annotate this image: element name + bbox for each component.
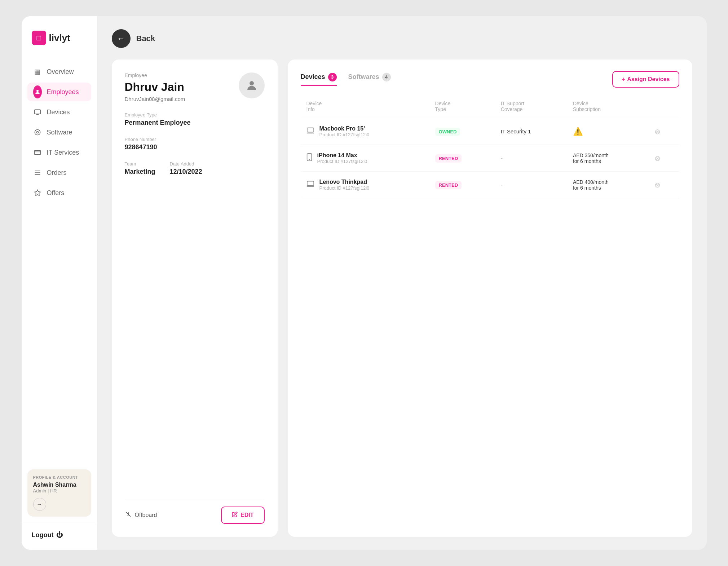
remove-button[interactable]: ⊗ — [654, 181, 661, 189]
sidebar-item-overview[interactable]: ▦ Overview — [27, 62, 91, 81]
employee-type-label: Employee Type — [125, 112, 265, 118]
it-support-value: IT Security 1 — [501, 128, 531, 134]
date-value: 12/10/2022 — [170, 168, 202, 176]
profile-name: Ashwin Sharma — [33, 482, 85, 488]
team-label: Team — [125, 161, 155, 167]
col-actions — [649, 96, 679, 118]
tab-softwares[interactable]: Softwares 4 — [348, 73, 391, 86]
sidebar-item-it-services[interactable]: IT Services — [27, 143, 91, 162]
employee-header: Employee Dhruv Jain DhruvJain08@gmail.co… — [125, 72, 265, 102]
devices-table: DeviceInfo DeviceType IT SupportCoverage… — [301, 96, 679, 198]
logout-label: Logout — [32, 531, 54, 539]
profile-arrow-button[interactable]: → — [33, 498, 46, 511]
logout-button[interactable]: Logout ⏻ — [32, 531, 87, 539]
sidebar-item-label: IT Services — [47, 149, 79, 156]
sidebar-item-software[interactable]: Software — [27, 123, 91, 142]
device-id: Product ID #127fsgl12i0 — [319, 132, 370, 137]
device-type-cell: OWNED — [429, 118, 495, 145]
device-info-cell: Lenovo Thinkpad Product ID #127fsgl12i0 — [301, 172, 429, 198]
device-type-cell: RENTED — [429, 172, 495, 198]
sidebar-item-offers[interactable]: Offers — [27, 183, 91, 202]
sidebar: □ livlyt ▦ Overview Employees — [22, 16, 97, 550]
back-button[interactable]: ← — [112, 29, 131, 48]
tab-devices[interactable]: Devices 3 — [301, 73, 337, 86]
tab-devices-label: Devices — [301, 73, 325, 81]
col-device-type: DeviceType — [429, 96, 495, 118]
tab-devices-badge: 3 — [328, 73, 337, 81]
laptop-icon — [306, 180, 314, 190]
col-it-support: IT SupportCoverage — [495, 96, 567, 118]
sidebar-item-label: Offers — [47, 189, 65, 197]
orders-icon — [33, 168, 42, 177]
employee-name: Dhruv Jain — [125, 80, 185, 94]
edit-icon — [232, 512, 238, 519]
device-type-badge: OWNED — [435, 128, 460, 136]
profile-section: PROFILE & ACCOUNT Ashwin Sharma Admin | … — [27, 469, 91, 517]
svg-rect-1 — [34, 110, 40, 114]
table-header: DeviceInfo DeviceType IT SupportCoverage… — [301, 96, 679, 118]
col-subscription: DeviceSubscription — [567, 96, 649, 118]
sidebar-item-label: Orders — [47, 169, 67, 177]
assign-devices-button[interactable]: + Assign Devices — [612, 71, 679, 88]
it-support-value: - — [501, 155, 503, 161]
offboard-button[interactable]: Offboard — [125, 511, 157, 519]
remove-button[interactable]: ⊗ — [654, 154, 661, 162]
tab-softwares-label: Softwares — [348, 73, 379, 81]
remove-button[interactable]: ⊗ — [654, 128, 661, 136]
date-added-field: Date Added 12/10/2022 — [170, 161, 202, 176]
main-content: ← Back Employee Dhruv Jain DhruvJain08@g… — [97, 16, 707, 550]
phone-field: Phone Number 928647190 — [125, 137, 265, 151]
device-name: Macbook Pro 15' — [319, 125, 370, 132]
edit-button[interactable]: EDIT — [221, 507, 264, 524]
software-icon — [33, 128, 42, 137]
sidebar-item-orders[interactable]: Orders — [27, 163, 91, 182]
device-type-cell: RENTED — [429, 145, 495, 172]
overview-icon: ▦ — [33, 67, 42, 76]
sidebar-item-devices[interactable]: Devices — [27, 103, 91, 121]
sidebar-item-label: Overview — [47, 68, 74, 76]
tab-softwares-badge: 4 — [382, 73, 391, 81]
team-field: Team Marketing — [125, 161, 155, 176]
device-info-cell: Macbook Pro 15' Product ID #127fsgl12i0 — [301, 118, 429, 145]
card-footer: Offboard EDIT — [125, 499, 265, 524]
laptop-icon — [306, 127, 314, 137]
back-header: ← Back — [112, 29, 692, 48]
employees-icon — [33, 88, 42, 96]
svg-rect-10 — [307, 128, 313, 132]
remove-cell: ⊗ — [649, 172, 679, 198]
device-info-cell: iPhone 14 Max Product ID #127fsgl12i0 — [301, 145, 429, 172]
devices-icon — [33, 108, 42, 116]
it-support-cell: - — [495, 145, 567, 172]
content-area: Employee Dhruv Jain DhruvJain08@gmail.co… — [112, 59, 692, 537]
remove-cell: ⊗ — [649, 145, 679, 172]
table-row: Lenovo Thinkpad Product ID #127fsgl12i0 … — [301, 172, 679, 198]
remove-cell: ⊗ — [649, 118, 679, 145]
device-id: Product ID #127fsgl12i0 — [317, 159, 367, 164]
svg-point-0 — [36, 90, 39, 92]
logout-section: Logout ⏻ — [22, 524, 97, 550]
employee-email: DhruvJain08@gmail.com — [125, 96, 185, 102]
sidebar-item-employees[interactable]: Employees — [27, 83, 91, 101]
svg-rect-14 — [307, 181, 313, 185]
subscription-cell: AED 350/monthfor 6 months — [567, 145, 649, 172]
logo-icon: □ — [32, 31, 46, 45]
edit-label: EDIT — [241, 512, 253, 518]
team-date-row: Team Marketing Date Added 12/10/2022 — [125, 161, 265, 176]
team-value: Marketing — [125, 168, 155, 176]
profile-role: Admin | HR — [33, 488, 85, 494]
table-row: Macbook Pro 15' Product ID #127fsgl12i0 … — [301, 118, 679, 145]
employee-section-label: Employee — [125, 72, 185, 78]
device-type-badge: RENTED — [435, 181, 462, 189]
nav-items: ▦ Overview Employees — [22, 62, 97, 462]
device-id: Product ID #127fsgl12i0 — [319, 185, 370, 191]
subscription-value: AED 350/monthfor 6 months — [573, 152, 643, 164]
logo: □ livlyt — [22, 31, 97, 62]
logo-text: livlyt — [49, 32, 70, 44]
svg-rect-6 — [34, 150, 40, 155]
device-name: iPhone 14 Max — [317, 152, 367, 159]
phone-label: Phone Number — [125, 137, 265, 142]
sidebar-item-label: Employees — [47, 88, 79, 96]
assign-label: Assign Devices — [627, 76, 670, 83]
warning-icon: ⚠️ — [573, 127, 583, 136]
phone-value: 928647190 — [125, 143, 265, 151]
